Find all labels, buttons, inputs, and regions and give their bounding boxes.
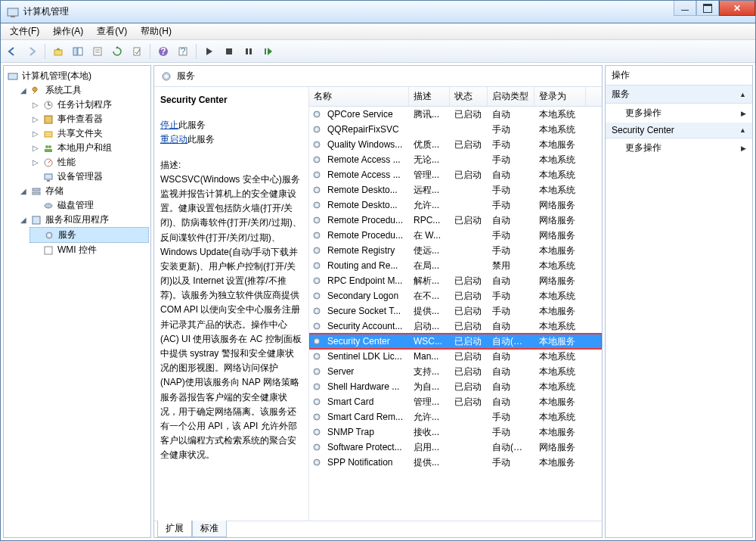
service-row[interactable]: Remote Deskto...远程...手动本地系统: [309, 182, 602, 197]
expander-icon[interactable]: ◢: [19, 187, 27, 195]
service-row[interactable]: Security CenterWSC...已启动自动(延迟...本地服务: [309, 334, 602, 349]
tree-system-tools[interactable]: ◢ 系统工具: [17, 83, 149, 98]
maximize-button[interactable]: [696, 1, 719, 16]
service-row[interactable]: Routing and Re...在局...禁用本地系统: [309, 258, 602, 273]
stop-link[interactable]: 停止: [160, 120, 178, 130]
expander-icon[interactable]: ◢: [19, 216, 27, 224]
svg-point-79: [316, 431, 318, 434]
titlebar[interactable]: 计算机管理: [1, 1, 755, 23]
menu-action[interactable]: 操作(A): [47, 23, 89, 39]
action-label: 更多操作: [625, 107, 662, 120]
play-button[interactable]: [201, 43, 218, 60]
service-row[interactable]: QPCore Service腾讯...已启动自动本地系统: [309, 107, 602, 122]
service-row[interactable]: Smart Card管理...已启动自动本地服务: [309, 394, 602, 409]
col-logon[interactable]: 登录为: [534, 87, 586, 106]
tree-pane[interactable]: 计算机管理(本地) ◢ 系统工具 ▷任务计划程序 ▷事件查看器 ▷共享文件夹 ▷…: [3, 65, 151, 538]
cell-logon: 网络服务: [534, 214, 586, 227]
svg-point-63: [316, 310, 318, 312]
service-row[interactable]: SPP Notification提供...手动本地服务: [309, 455, 602, 470]
service-row[interactable]: Remote Procedu...在 W...手动网络服务: [309, 228, 602, 243]
col-status[interactable]: 状态: [450, 87, 488, 106]
tree-root[interactable]: 计算机管理(本地): [5, 69, 149, 83]
tree-event-viewer[interactable]: ▷事件查看器: [29, 112, 149, 126]
services-list: 名称 描述 状态 启动类型 登录为 QPCore Service腾讯...已启动…: [308, 87, 602, 521]
service-row[interactable]: SNMP Trap接收...手动本地服务: [309, 424, 602, 440]
service-row[interactable]: Server支持...已启动自动本地系统: [309, 364, 602, 379]
service-row[interactable]: Remote Deskto...允许...手动网络服务: [309, 197, 602, 213]
service-row[interactable]: Software Protect...启用...自动(延迟...网络服务: [309, 440, 602, 455]
cell-status: 已启动: [450, 335, 488, 348]
tree-performance[interactable]: ▷性能: [29, 155, 149, 169]
stop-button[interactable]: [221, 43, 237, 60]
cell-name: Remote Deskto...: [323, 185, 409, 195]
expander-icon[interactable]: ▷: [31, 115, 39, 123]
tab-extended[interactable]: 扩展: [157, 521, 192, 537]
service-row[interactable]: RPC Endpoint M...解析...已启动自动网络服务: [309, 273, 602, 288]
service-row[interactable]: Quality Windows...优质...已启动手动本地服务: [309, 137, 602, 152]
svg-point-37: [316, 113, 318, 116]
close-button[interactable]: [719, 1, 755, 16]
help-button[interactable]: ?: [155, 43, 172, 60]
action-more-services[interactable]: 更多操作 ▶: [606, 104, 752, 123]
restart-button[interactable]: [260, 43, 277, 60]
minimize-button[interactable]: [674, 1, 696, 16]
col-start[interactable]: 启动类型: [488, 87, 534, 106]
tree-services[interactable]: 服务: [29, 227, 149, 243]
action-more-selected[interactable]: 更多操作 ▶: [606, 138, 752, 157]
cell-status: 已启动: [450, 138, 488, 151]
service-row[interactable]: Remote Procedu...RPC...已启动自动网络服务: [309, 213, 602, 228]
gear-icon: [311, 381, 323, 393]
svg-point-61: [316, 295, 318, 297]
properties-button[interactable]: [89, 43, 106, 60]
tab-standard[interactable]: 标准: [192, 521, 227, 537]
service-row[interactable]: Remote Access ...管理...已启动自动本地系统: [309, 167, 602, 182]
forward-button[interactable]: [23, 43, 40, 60]
tree-device-manager[interactable]: 设备管理器: [29, 169, 149, 184]
svg-rect-14: [246, 48, 248, 54]
expander-icon[interactable]: ▷: [31, 158, 39, 166]
export-button[interactable]: [129, 43, 145, 60]
back-button[interactable]: [4, 43, 20, 60]
desc-label: 描述:: [160, 158, 302, 173]
tree-local-users[interactable]: ▷本地用户和组: [29, 141, 149, 155]
menu-help[interactable]: 帮助(H): [135, 23, 178, 39]
col-desc[interactable]: 描述: [409, 87, 450, 106]
tree-task-scheduler[interactable]: ▷任务计划程序: [29, 98, 149, 112]
service-row[interactable]: QQRepairFixSVC手动本地系统: [309, 122, 602, 137]
cell-logon: 网络服务: [534, 441, 586, 454]
tree-wmi[interactable]: WMI 控件: [29, 243, 149, 257]
menu-view[interactable]: 查看(V): [91, 23, 133, 39]
expander-icon[interactable]: ▷: [31, 129, 39, 138]
cell-name: Routing and Re...: [323, 260, 409, 271]
pause-button[interactable]: [240, 43, 257, 60]
show-hide-button[interactable]: [70, 43, 86, 60]
spacer: [31, 173, 39, 181]
help2-button[interactable]: ?: [175, 43, 191, 60]
action-group-services[interactable]: 服务 ▲: [606, 86, 752, 104]
service-row[interactable]: Remote Registry使远...手动本地服务: [309, 243, 602, 258]
expander-icon[interactable]: ▷: [31, 144, 39, 152]
tree-shared-folders[interactable]: ▷共享文件夹: [29, 126, 149, 141]
service-row[interactable]: Shell Hardware ...为自...已启动自动本地系统: [309, 379, 602, 394]
tree-disk-mgmt[interactable]: 磁盘管理: [29, 198, 149, 213]
service-row[interactable]: Secure Socket T...提供...已启动手动本地服务: [309, 303, 602, 319]
service-row[interactable]: Smart Card Rem...允许...手动本地系统: [309, 409, 602, 424]
service-row[interactable]: Secondary Logon在不...已启动手动本地系统: [309, 288, 602, 303]
gear-icon: [311, 320, 323, 332]
up-button[interactable]: [50, 43, 67, 60]
refresh-button[interactable]: [109, 43, 125, 60]
cell-name: Remote Procedu...: [323, 230, 409, 241]
expander-icon[interactable]: ◢: [19, 86, 27, 95]
service-row[interactable]: Security Account...启动...已启动自动本地系统: [309, 319, 602, 334]
restart-link[interactable]: 重启动: [160, 134, 187, 145]
service-row[interactable]: Remote Access ...无论...手动本地系统: [309, 152, 602, 167]
expander-icon[interactable]: ▷: [31, 101, 39, 109]
tree-services-apps[interactable]: ◢服务和应用程序: [17, 213, 149, 227]
service-row[interactable]: Sentinel LDK Lic...Man...已启动自动本地系统: [309, 349, 602, 364]
svg-rect-3: [73, 48, 77, 55]
tree-storage[interactable]: ◢存储: [17, 184, 149, 198]
list-body[interactable]: QPCore Service腾讯...已启动自动本地系统QQRepairFixS…: [309, 107, 602, 521]
col-name[interactable]: 名称: [309, 87, 409, 106]
menu-file[interactable]: 文件(F): [4, 23, 45, 39]
action-group-selected[interactable]: Security Center ▲: [606, 123, 752, 138]
